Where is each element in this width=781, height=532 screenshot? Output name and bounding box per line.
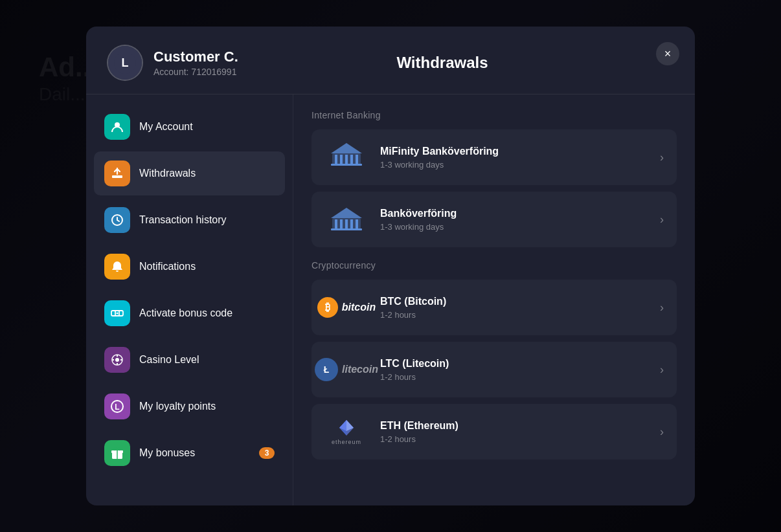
svg-point-11: [117, 355, 118, 357]
svg-text:L: L: [122, 56, 129, 69]
my-bonuses-badge: 3: [259, 447, 275, 459]
btc-logo: ₿ bitcoin: [324, 291, 368, 324]
sidebar-label-activate-bonus-code: Activate bonus code: [139, 307, 275, 319]
svg-rect-31: [345, 219, 348, 228]
sidebar-label-withdrawals: Withdrawals: [139, 168, 275, 179]
svg-point-8: [117, 313, 119, 315]
bankoverföring-time: 1-3 working days: [380, 222, 652, 232]
sidebar-item-casino-level[interactable]: Casino Level: [94, 338, 285, 382]
close-icon: ×: [664, 47, 672, 61]
section-label-internet-banking: Internet Banking: [311, 110, 677, 120]
modal-body: My Account Withdrawals: [86, 94, 695, 505]
ltc-chevron: ›: [660, 363, 664, 377]
sidebar-label-notifications: Notifications: [139, 261, 275, 272]
sidebar-item-my-bonuses[interactable]: My bonuses 3: [94, 431, 285, 475]
svg-rect-26: [331, 164, 362, 166]
avatar-initials: L: [108, 46, 142, 80]
svg-rect-21: [335, 155, 337, 164]
bank-icon-mifinity: [328, 140, 365, 175]
ltc-info: LTC (Litecoin) 1-2 hours: [380, 358, 652, 382]
bankoverföring-name: Banköverföring: [380, 208, 652, 219]
svg-rect-30: [340, 219, 343, 228]
svg-rect-22: [340, 155, 343, 164]
btc-name: BTC (Bitcoin): [380, 296, 652, 307]
sidebar-item-transaction-history[interactable]: Transaction history: [94, 198, 285, 242]
svg-rect-25: [356, 155, 358, 164]
btc-chevron: ›: [660, 301, 664, 315]
eth-info: ETH (Ethereum) 1-2 hours: [380, 420, 652, 444]
eth-time: 1-2 hours: [380, 434, 652, 444]
svg-rect-32: [350, 219, 353, 228]
svg-text:L: L: [115, 403, 119, 412]
btc-circle: ₿: [317, 297, 338, 318]
mifinity-info: MiFinity Banköverföring 1-3 working days: [380, 146, 652, 170]
payment-card-bankoverföring[interactable]: Banköverföring 1-3 working days ›: [311, 192, 677, 247]
sidebar-label-transaction-history: Transaction history: [139, 214, 275, 226]
user-avatar: L: [107, 45, 143, 81]
bitcoin-text: bitcoin: [342, 302, 376, 313]
sidebar-item-my-loyalty-points[interactable]: L My loyalty points: [94, 384, 285, 428]
eth-logo: ethereum: [324, 416, 368, 448]
modal-title: Withdrawals: [396, 54, 488, 72]
sidebar-label-casino-level: Casino Level: [139, 354, 275, 366]
payment-card-eth[interactable]: ethereum ETH (Ethereum) 1-2 hours ›: [311, 404, 677, 460]
svg-rect-24: [350, 155, 353, 164]
sidebar-item-notifications[interactable]: Notifications: [94, 245, 285, 289]
section-label-cryptocurrency: Cryptocurrency: [311, 260, 677, 271]
svg-point-10: [115, 358, 119, 362]
my-loyalty-points-icon: L: [104, 393, 130, 419]
payment-card-ltc[interactable]: Ł litecoin LTC (Litecoin) 1-2 hours ›: [311, 342, 677, 397]
sidebar: My Account Withdrawals: [86, 94, 293, 505]
eth-name: ETH (Ethereum): [380, 420, 652, 432]
user-info: Customer C. Account: 712016991: [153, 49, 238, 77]
sidebar-label-my-bonuses: My bonuses: [139, 447, 250, 459]
svg-rect-33: [356, 219, 358, 228]
litecoin-text: litecoin: [342, 364, 378, 375]
notifications-icon: [104, 254, 130, 280]
bankoverföring-info: Banköverföring 1-3 working days: [380, 208, 652, 232]
eth-chevron: ›: [660, 425, 664, 439]
close-button[interactable]: ×: [656, 42, 679, 65]
mifinity-logo: [324, 141, 368, 173]
payment-card-mifinity[interactable]: MiFinity Banköverföring 1-3 working days…: [311, 129, 677, 185]
my-bonuses-icon: [104, 440, 130, 466]
btc-info: BTC (Bitcoin) 1-2 hours: [380, 296, 652, 320]
svg-rect-34: [331, 228, 362, 230]
svg-rect-29: [335, 219, 337, 228]
mifinity-time: 1-3 working days: [380, 160, 652, 170]
sidebar-item-withdrawals[interactable]: Withdrawals: [94, 151, 285, 195]
activate-bonus-code-icon: [104, 300, 130, 326]
sidebar-label-my-loyalty-points: My loyalty points: [139, 401, 275, 412]
transaction-history-icon: [104, 207, 130, 233]
ltc-time: 1-2 hours: [380, 372, 652, 382]
mifinity-chevron: ›: [660, 151, 664, 164]
payment-card-btc[interactable]: ₿ bitcoin BTC (Bitcoin) 1-2 hours ›: [311, 280, 677, 335]
sidebar-item-activate-bonus-code[interactable]: Activate bonus code: [94, 291, 285, 335]
svg-marker-39: [346, 420, 354, 431]
sidebar-item-my-account[interactable]: My Account: [94, 105, 285, 149]
modal: L Customer C. Account: 712016991 Withdra…: [86, 27, 695, 505]
my-account-icon: [104, 114, 130, 140]
user-account: Account: 712016991: [153, 67, 238, 77]
bankoverföring-logo: [324, 203, 368, 236]
svg-rect-23: [345, 155, 348, 164]
modal-backdrop: L Customer C. Account: 712016991 Withdra…: [0, 0, 781, 532]
mifinity-name: MiFinity Banköverföring: [380, 146, 652, 157]
svg-rect-3: [112, 175, 122, 178]
modal-header: L Customer C. Account: 712016991 Withdra…: [86, 27, 695, 94]
ltc-name: LTC (Litecoin): [380, 358, 652, 370]
svg-point-14: [120, 359, 122, 360]
casino-level-icon: [104, 347, 130, 373]
svg-marker-35: [331, 208, 362, 218]
bankoverföring-chevron: ›: [660, 213, 664, 227]
btc-time: 1-2 hours: [380, 310, 652, 320]
withdrawals-icon: [104, 161, 130, 186]
svg-marker-27: [331, 143, 362, 153]
sidebar-label-my-account: My Account: [139, 121, 275, 133]
content-area: Internet Banking: [293, 94, 695, 505]
ethereum-text: ethereum: [332, 439, 361, 445]
svg-point-12: [117, 363, 118, 364]
svg-point-13: [113, 359, 114, 360]
ltc-circle: Ł: [315, 358, 338, 381]
ltc-logo: Ł litecoin: [324, 353, 368, 386]
